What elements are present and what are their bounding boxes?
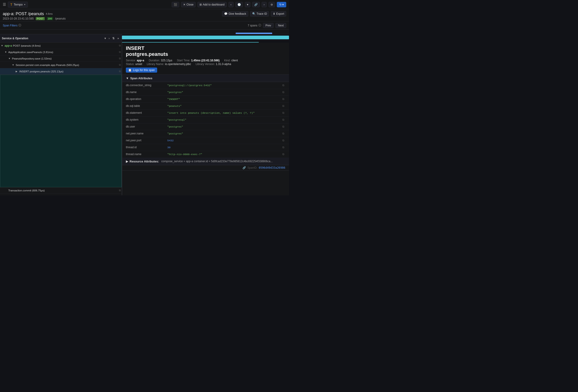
span-row-selected[interactable]: ▶ INSERT postgres.peanuts (325.13μs) ⧉ <box>0 68 122 75</box>
attr-key: thread.name <box>126 153 167 156</box>
span-filters-info-icon[interactable]: ⓘ <box>18 23 21 27</box>
meta-status: Status: unset <box>126 63 142 66</box>
attr-list: db.connection_string "postgresql://postg… <box>122 82 289 158</box>
copy-icon[interactable]: ⧉ <box>281 97 285 101</box>
span-row[interactable]: ▼ app-a POST /peanuts (4.6ms) ⧉ <box>0 42 122 49</box>
detail-header: INSERT postgres.peanuts Service: app-a D… <box>122 42 289 75</box>
zoom-out-button[interactable]: ⊖ <box>269 2 275 7</box>
attr-key: net.peer.port <box>126 139 167 142</box>
span-row[interactable]: ▼ PeanutsRepository.save (1.53ms) ⧉ <box>0 55 122 62</box>
trace-header-icons: ▾ › ⇅ » <box>103 36 120 40</box>
link-button[interactable]: 🔗 <box>252 2 260 7</box>
refresh-button[interactable]: ↻ ▾ <box>277 2 286 7</box>
app-switcher[interactable]: T Tempo ▾ <box>8 1 28 8</box>
logs-for-span-button[interactable]: 📋 Logs for this span <box>126 68 157 73</box>
copy-icon[interactable]: ⧉ <box>119 70 121 73</box>
copy-icon[interactable]: ⧉ <box>281 145 285 149</box>
tempo-icon: T <box>10 3 12 6</box>
expand-icon[interactable]: ▼ <box>1 44 4 47</box>
copy-icon[interactable]: ⧉ <box>119 44 121 47</box>
panel-toggle-button[interactable]: ⬛ <box>172 2 179 7</box>
trace-id-button[interactable]: 🔍 Trace ID <box>250 11 269 17</box>
close-button[interactable]: ✕ Close <box>181 2 195 7</box>
span-row[interactable]: SET (511.79μs) ⧉ <box>0 194 122 195</box>
span-id-label: SpanID: <box>247 166 257 169</box>
copy-icon[interactable]: ⧉ <box>281 124 285 129</box>
span-name: AppApplication.savePeanuts (3.81ms) <box>8 51 118 54</box>
span-id-row: 🔗 SpanID: 0596d49d33a26986 <box>122 165 289 170</box>
tl-bar-row <box>122 34 289 41</box>
copy-icon[interactable]: ⧉ <box>119 189 121 192</box>
copy-icon[interactable]: ⧉ <box>119 50 121 54</box>
span-attributes-section-header[interactable]: ▼ Span Attributes <box>122 75 289 82</box>
attr-value: 30 <box>167 146 281 149</box>
copy-icon[interactable]: ⧉ <box>281 131 285 136</box>
attr-key: db.connection_string <box>126 84 167 87</box>
copy-icon[interactable]: ⧉ <box>281 118 285 122</box>
copy-icon[interactable]: ⧉ <box>281 152 285 156</box>
top-bar: ☰ T Tempo ▾ ⬛ ✕ Close ⊞ Add to dashboard… <box>0 0 289 9</box>
detail-meta: Service: app-a Duration: 325.13μs Start … <box>126 59 285 62</box>
copy-icon[interactable]: ⧉ <box>281 83 285 87</box>
attr-key: db.sql.table <box>126 104 167 108</box>
collapse-icon[interactable]: ⇅ <box>111 36 115 40</box>
ruler-bar <box>122 33 289 34</box>
trace-datetime: 2023-10-28 23:41:10.585 <box>3 17 34 20</box>
span-detail-title: INSERT postgres.peanuts <box>126 45 285 57</box>
export-button[interactable]: ⬇ Export <box>271 11 286 17</box>
next-button[interactable]: Next <box>275 23 286 28</box>
span-attrs-label: Span Attributes <box>130 77 152 80</box>
attr-key: db.name <box>126 90 167 94</box>
attr-value: "postgres" <box>167 125 281 128</box>
copy-icon[interactable]: ⧉ <box>281 90 285 94</box>
chevron-down-icon: ▾ <box>24 3 25 6</box>
attr-value: "peanuts" <box>167 105 281 108</box>
attr-row: thread.name "http-nio-8080-exec-7" ⧉ <box>122 151 289 158</box>
span-row[interactable]: ▼ AppApplication.savePeanuts (3.81ms) ⧉ <box>0 49 122 55</box>
detail-meta-2: Status: unset Library Name: io.opentelem… <box>126 63 285 66</box>
attr-row: db.system "postgresql" ⧉ <box>122 117 289 123</box>
nav-forward-button[interactable]: › <box>262 2 267 7</box>
span-name: INSERT postgres.peanuts (325.13μs) <box>19 70 118 73</box>
top-bar-right: ⬛ ✕ Close ⊞ Add to dashboard ‹ 🕐 ▾ 🔗 › ⊖… <box>172 2 286 7</box>
detail-panel: INSERT postgres.peanuts Service: app-a D… <box>122 42 289 195</box>
meta-start-time: Start Time: 1.45ms (23:41:10.586) <box>177 59 220 62</box>
page-title: app-a: POST /peanuts 4.6ms 💬 Give feedba… <box>3 11 286 17</box>
tl-bar <box>122 36 289 39</box>
method-badge: POST <box>36 17 45 20</box>
give-feedback-button[interactable]: 💬 Give feedback <box>222 11 248 17</box>
attr-row: db.sql.table "peanuts" ⧉ <box>122 103 289 110</box>
span-id-value: 0596d49d33a26986 <box>259 166 285 169</box>
copy-icon[interactable]: ⧉ <box>119 57 121 60</box>
nav-back-button[interactable]: ‹ <box>229 2 234 7</box>
trace-header: Service & Operation ▾ › ⇅ » <box>0 34 122 42</box>
copy-icon[interactable]: ⧉ <box>119 63 121 66</box>
spans-info-icon[interactable]: ⓘ <box>258 23 261 27</box>
expand-icon[interactable]: ▼ <box>5 51 7 53</box>
service-operation-label: Service & Operation <box>2 37 28 40</box>
span-row[interactable]: ▼ Session.persist com.example.app.Peanut… <box>0 62 122 68</box>
copy-icon[interactable]: ⧉ <box>281 111 285 115</box>
app-name: Tempo <box>14 3 23 6</box>
expand-icon[interactable]: ▼ <box>8 57 11 60</box>
expand-icon[interactable]: › <box>108 36 110 40</box>
prev-button[interactable]: Prev <box>263 23 274 28</box>
span-row[interactable]: Transaction.commit (606.75μs) ⧉ <box>0 187 122 194</box>
copy-icon[interactable]: ⧉ <box>281 104 285 108</box>
time-range-dropdown-button[interactable]: ▾ <box>245 2 250 7</box>
resource-attrs-section-header[interactable]: ▶ Resource Attributes: compose_service =… <box>122 158 289 165</box>
time-range-button[interactable]: 🕐 <box>235 2 243 7</box>
toolbar-left: Span Filters ⓘ <box>3 23 21 27</box>
add-to-dashboard-button[interactable]: ⊞ Add to dashboard <box>197 2 227 7</box>
expand-icon[interactable]: ▶ <box>16 70 18 73</box>
copy-icon[interactable]: ⧉ <box>281 138 285 142</box>
attr-key: db.user <box>126 125 167 128</box>
more-icon[interactable]: » <box>116 36 120 40</box>
expand-icon[interactable]: ▼ <box>12 64 15 66</box>
attr-row: db.operation "INSERT" ⧉ <box>122 96 289 103</box>
collapse-all-icon[interactable]: ▾ <box>103 36 107 40</box>
meta-kind: Kind: client <box>224 59 238 62</box>
span-filters-label: Span Filters <box>3 24 17 27</box>
attr-row: db.connection_string "postgresql://postg… <box>122 82 289 89</box>
hamburger-icon[interactable]: ☰ <box>3 2 6 7</box>
